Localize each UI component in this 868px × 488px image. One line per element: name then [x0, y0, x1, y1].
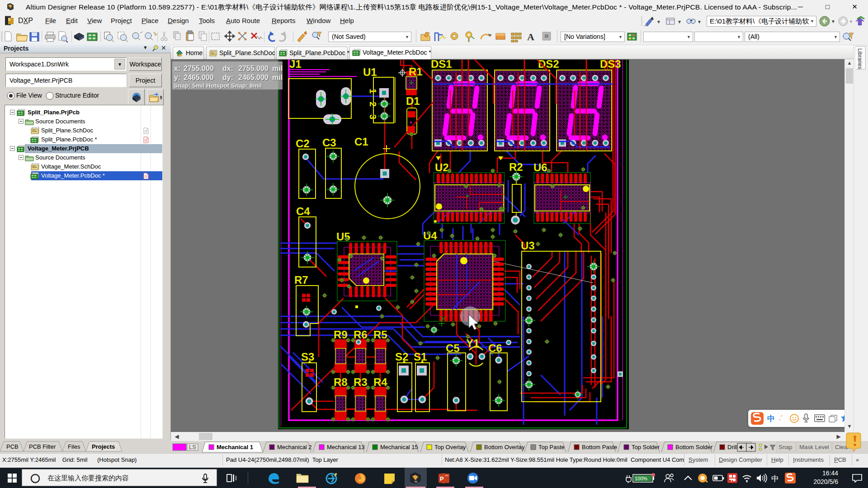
svg-text:Files: Files [68, 443, 80, 450]
svg-text:Snap: Snap [778, 444, 792, 450]
svg-text:R4: R4 [373, 376, 387, 388]
svg-text:Top Solder: Top Solder [632, 444, 660, 450]
svg-text:U2: U2 [435, 161, 449, 174]
svg-text:J1: J1 [289, 59, 302, 70]
svg-text:P: P [440, 475, 444, 482]
svg-text:PCB Filter: PCB Filter [29, 443, 56, 450]
svg-text:Mask Level: Mask Level [799, 444, 829, 450]
svg-text:▼: ▼ [697, 19, 702, 24]
svg-text:Mechanical 15: Mechanical 15 [380, 444, 418, 450]
svg-text:R7: R7 [294, 274, 308, 286]
svg-text:3: 3 [368, 114, 378, 119]
svg-text:C5: C5 [446, 342, 460, 354]
svg-text:Projects: Projects [92, 443, 115, 450]
svg-text:S1: S1 [414, 351, 427, 363]
svg-text:PCB: PCB [6, 443, 19, 450]
svg-text:C3: C3 [322, 136, 336, 149]
svg-text:C6: C6 [488, 342, 502, 354]
svg-text:Mechanical 13: Mechanical 13 [327, 444, 365, 450]
svg-text:Mechanical 1: Mechanical 1 [217, 444, 253, 450]
svg-text:y:2465.000dy:2465.000mil: y:2465.000dy:2465.000mil [174, 74, 283, 81]
svg-text:Y1: Y1 [466, 337, 479, 349]
svg-text:▼: ▼ [831, 19, 835, 24]
svg-text:C1: C1 [354, 136, 368, 148]
svg-text:S3: S3 [301, 351, 314, 363]
svg-text:A: A [527, 31, 534, 42]
svg-text:C2: C2 [296, 137, 310, 150]
svg-text:U3: U3 [521, 239, 535, 252]
svg-text:U4: U4 [423, 230, 437, 242]
svg-text:D1: D1 [406, 95, 420, 107]
svg-text:Top Paste: Top Paste [538, 444, 565, 450]
svg-text:R8: R8 [334, 376, 348, 388]
svg-text:U6: U6 [533, 161, 547, 174]
svg-text:Top Overlay: Top Overlay [434, 444, 466, 450]
svg-text:DS3: DS3 [600, 59, 621, 70]
svg-text:Snap: 5mil Hotspot Snap: 8mil: Snap: 5mil Hotspot Snap: 8mil [174, 82, 262, 89]
svg-text:C4: C4 [296, 205, 310, 217]
svg-text:▼: ▼ [677, 19, 682, 24]
svg-text:LS: LS [189, 444, 196, 450]
svg-text:Bottom Paste: Bottom Paste [582, 444, 617, 450]
svg-text:Bottom Overlay: Bottom Overlay [484, 444, 525, 450]
svg-text:Bottom Solder: Bottom Solder [675, 444, 713, 450]
svg-text:S2: S2 [395, 351, 408, 363]
svg-text:100%: 100% [635, 476, 647, 481]
svg-text:DS2: DS2 [538, 59, 559, 70]
svg-text:R9: R9 [334, 328, 348, 341]
svg-text:Mechanical 2: Mechanical 2 [277, 444, 312, 450]
svg-text:x:2755.000dx:2755.000mil: x:2755.000dx:2755.000mil [174, 65, 283, 72]
svg-text:2: 2 [368, 102, 378, 107]
svg-text:R2: R2 [509, 161, 523, 173]
svg-text:R5: R5 [373, 328, 387, 341]
svg-text:1: 1 [368, 89, 378, 94]
svg-text:U1: U1 [363, 66, 377, 78]
svg-text:▼: ▼ [849, 19, 853, 24]
svg-text:R6: R6 [354, 328, 368, 341]
svg-text:R3: R3 [354, 376, 368, 388]
svg-text:DS1: DS1 [431, 59, 452, 70]
svg-text:U5: U5 [336, 230, 350, 243]
svg-text:▼: ▼ [656, 19, 661, 24]
